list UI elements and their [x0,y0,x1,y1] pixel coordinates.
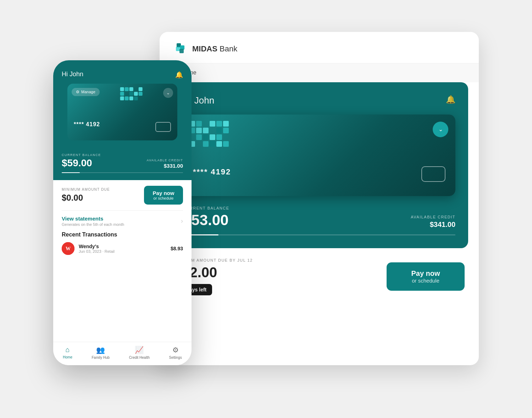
family-nav-icon: 👥 [96,346,105,354]
mobile-card-pixel-art [120,87,143,100]
transactions-title: Recent Transactions [62,232,183,238]
transaction-amount: $8.93 [171,246,183,251]
desktop-nav: ⌂ Home [160,63,479,82]
pay-now-button-desktop[interactable]: Pay now or schedule [387,262,465,291]
chevron-right-icon: › [181,217,183,225]
desktop-bottom-section: MINIMUM AMOUNT DUE BY JUL 12 $12.00 12 d… [160,248,479,305]
available-credit-label: AVAILABLE CREDIT [411,215,455,219]
credit-health-nav-icon: 📈 [135,346,144,354]
divider [62,210,183,211]
card-pixel-art [189,121,229,147]
mobile-phone: Hi John 🔔 [53,60,192,365]
card-dropdown-button[interactable]: ⌄ [433,122,448,137]
mobile-avail-credit-amount: $331.00 [147,163,183,169]
nav-credit-label: Credit Health [129,356,150,360]
desktop-card-number: **** 4192 [193,167,231,177]
desktop-greeting: Hi John [183,95,455,106]
bell-icon-mobile[interactable]: 🔔 [175,71,183,79]
mobile-dropdown-button[interactable]: ⌄ [163,88,173,98]
mobile-manage-button[interactable]: ⚙ Manage [72,88,100,96]
transaction-date: Jun 03, 2023 · Retail [79,249,115,253]
midas-logo-icon [174,42,188,56]
view-statements-subtitle: Generates on the 5th of each month [62,222,124,227]
mobile-progress-bar [62,172,183,173]
mobile-progress-fill [62,172,80,173]
desktop-credit-card: ⌄ **** 4192 [183,115,455,196]
mobile-balance-section: CURRENT BALANCE $59.00 AVAILABLE CREDIT … [53,147,192,180]
mobile-header: Hi John 🔔 [53,65,192,147]
nav-home-mobile-label: Home [63,355,72,359]
view-statements-row[interactable]: View statements Generates on the 5th of … [62,216,183,227]
settings-nav-icon: ⚙ [172,346,179,354]
nav-settings-label: Settings [169,356,182,360]
mobile-balance-label: CURRENT BALANCE [62,153,101,157]
mobile-credit-card: ⚙ Manage ⌄ **** 4192 [67,84,177,140]
mobile-avail-credit-label: AVAILABLE CREDIT [147,158,183,162]
transaction-name: Wendy's [79,244,115,249]
mobile-white-content: MINIMUM AMOUNT DUE $0.00 Pay now or sche… [53,180,192,261]
desktop-balance-section: CURRENT BALANCE $53.00 AVAILABLE CREDIT … [183,206,455,235]
transaction-item-wendys: W Wendy's Jun 03, 2023 · Retail $8.93 [62,242,183,255]
mobile-card-chip [155,122,171,132]
svg-text:W: W [66,246,71,251]
nav-item-credit-health[interactable]: 📈 Credit Health [129,346,150,360]
view-statements-link[interactable]: View statements [62,216,124,222]
desktop-card-chip [421,166,445,182]
mobile-status-bar [53,60,192,65]
mobile-pay-now-button[interactable]: Pay now or schedule [144,186,183,205]
svg-rect-3 [179,49,184,53]
bell-icon-desktop[interactable]: 🔔 [446,95,455,104]
mobile-min-due-amount: $0.00 [62,193,110,203]
mobile-bottom-nav: ⌂ Home 👥 Family Hub 📈 Credit Health ⚙ Se… [53,342,192,365]
gear-icon-mobile: ⚙ [76,90,79,94]
balance-progress-bar [183,234,455,235]
mobile-card-number: **** 4192 [74,121,100,128]
wendys-logo: W [62,242,74,255]
mobile-balance-amount: $59.00 [62,157,101,169]
desktop-main-panel: Hi John 🔔 [170,82,468,248]
available-credit-amount: $341.00 [411,221,455,229]
nav-item-settings[interactable]: ⚙ Settings [169,346,182,360]
nav-family-label: Family Hub [92,356,110,360]
mobile-greeting: Hi John [62,71,83,78]
desktop-card: MIDAS Bank ⌂ Home Hi John 🔔 [160,32,479,365]
logo-text: MIDAS Bank [192,44,237,54]
mobile-min-due-label: MINIMUM AMOUNT DUE [62,188,110,191]
home-nav-icon: ⌂ [66,346,70,354]
nav-item-home[interactable]: ⌂ Home [63,346,72,360]
nav-item-family-hub[interactable]: 👥 Family Hub [92,346,110,360]
desktop-header: MIDAS Bank [160,32,479,63]
